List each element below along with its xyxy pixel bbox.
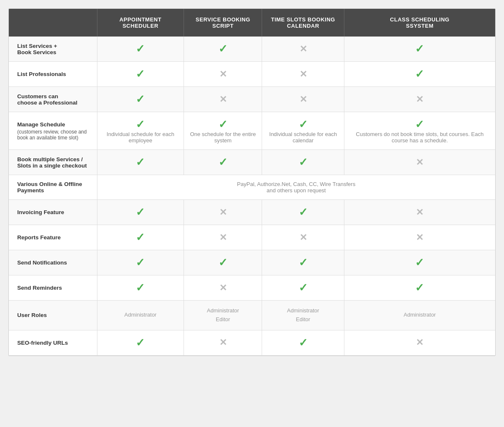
check-icon: ✓ [136, 231, 145, 244]
check-icon: ✓ [218, 42, 228, 55]
cross-icon: ✕ [219, 69, 227, 79]
header-time-slots: TIME SLOTS BOOKINGCALENDAR [262, 9, 344, 37]
class-scheduling-cell: ✕ [344, 225, 495, 250]
functionality-cell: Book multiple Services /Slots in a singl… [9, 150, 97, 175]
time-slots-cell: ✕ [262, 225, 344, 250]
table-row: Invoicing Feature✓✕✓✕ [9, 200, 495, 225]
table-row: List Services +Book Services✓✓✕✓ [9, 37, 495, 62]
functionality-cell: Send Reminders [9, 275, 97, 301]
note-text: Individual schedule for each employee [107, 131, 174, 144]
cross-icon: ✕ [299, 44, 307, 54]
cell-text: Administrator [124, 312, 157, 318]
check-icon: ✓ [218, 118, 228, 131]
check-icon: ✓ [299, 256, 308, 269]
cross-icon: ✕ [219, 94, 227, 105]
table-row: List Professionals✓✕✕✓ [9, 62, 495, 87]
cross-icon: ✕ [416, 207, 423, 217]
functionality-cell: Invoicing Feature [9, 200, 97, 225]
note-text: Customers do not book time slots, but co… [356, 131, 483, 144]
cell-text: Administrator [404, 312, 436, 318]
cross-icon: ✕ [416, 232, 423, 243]
check-icon: ✓ [299, 156, 308, 168]
cross-icon: ✕ [219, 337, 227, 348]
class-scheduling-cell: ✓Customers do not book time slots, but c… [344, 112, 495, 150]
time-slots-cell: ✓ [262, 275, 344, 301]
service-booking-cell: ✕ [184, 87, 262, 112]
time-slots-cell: ✓ [262, 330, 344, 355]
table-row: Various Online & OfflinePaymentsPayPal, … [9, 175, 495, 200]
check-icon: ✓ [136, 93, 145, 105]
check-icon: ✓ [136, 336, 145, 349]
check-icon: ✓ [136, 256, 145, 269]
appointment-cell: ✓ [97, 330, 184, 355]
check-icon: ✓ [136, 281, 145, 294]
class-scheduling-cell: ✓ [344, 275, 495, 301]
time-slots-cell: AdministratorEditor [262, 301, 344, 330]
table-row: Send Notifications✓✓✓✓ [9, 250, 495, 275]
check-icon: ✓ [415, 42, 424, 55]
appointment-cell: ✓ [97, 62, 184, 87]
check-icon: ✓ [218, 156, 228, 168]
check-icon: ✓ [136, 68, 145, 80]
functionality-cell: User Roles [9, 301, 97, 330]
check-icon: ✓ [299, 336, 308, 349]
service-booking-cell: ✕ [184, 200, 262, 225]
cross-icon: ✕ [416, 94, 423, 105]
class-scheduling-cell: ✕ [344, 200, 495, 225]
table-row: Send Reminders✓✕✓✓ [9, 275, 495, 301]
check-icon: ✓ [299, 206, 308, 218]
time-slots-cell: ✓ [262, 200, 344, 225]
functionality-cell: Reports Feature [9, 225, 97, 250]
time-slots-cell: ✓ [262, 150, 344, 175]
appointment-cell: ✓ [97, 250, 184, 275]
check-icon: ✓ [136, 156, 145, 168]
appointment-cell: ✓ [97, 37, 184, 62]
check-icon: ✓ [415, 68, 424, 80]
class-scheduling-cell: Administrator [344, 301, 495, 330]
note-text: Individual schedule for each calendar [269, 131, 337, 144]
service-booking-cell: AdministratorEditor [184, 301, 262, 330]
check-icon: ✓ [299, 281, 308, 294]
cross-icon: ✕ [299, 232, 307, 243]
functionality-cell: List Professionals [9, 62, 97, 87]
cross-icon: ✕ [219, 283, 227, 293]
cell-text: AdministratorEditor [207, 307, 239, 322]
check-icon: ✓ [299, 118, 308, 131]
functionality-cell: Various Online & OfflinePayments [9, 175, 97, 200]
time-slots-cell: ✓Individual schedule for each calendar [262, 112, 344, 150]
functionality-cell: List Services +Book Services [9, 37, 97, 62]
note-text: One schedule for the entire system [190, 131, 256, 144]
appointment-cell: ✓Individual schedule for each employee [97, 112, 184, 150]
header-functionality [9, 9, 97, 37]
class-scheduling-cell: ✓ [344, 250, 495, 275]
time-slots-cell: ✓ [262, 250, 344, 275]
cross-icon: ✕ [416, 157, 423, 168]
functionality-cell: Send Notifications [9, 250, 97, 275]
check-icon: ✓ [415, 281, 424, 294]
appointment-cell: ✓ [97, 150, 184, 175]
service-booking-cell: ✕ [184, 275, 262, 301]
service-booking-cell: ✕ [184, 62, 262, 87]
check-icon: ✓ [415, 256, 424, 269]
table-row: Customers canchoose a Professional✓✕✕✕ [9, 87, 495, 112]
functionality-cell: Manage Schedule(customers review, choose… [9, 112, 97, 150]
service-booking-cell: ✓ [184, 250, 262, 275]
class-scheduling-cell: ✓ [344, 62, 495, 87]
functionality-cell: Customers canchoose a Professional [9, 87, 97, 112]
cross-icon: ✕ [299, 94, 307, 105]
header-class-scheduling: CLASS SCHEDULINGSSYSTEM [344, 9, 495, 37]
time-slots-cell: ✕ [262, 87, 344, 112]
service-booking-cell: ✓ [184, 37, 262, 62]
time-slots-cell: ✕ [262, 62, 344, 87]
service-booking-cell: ✓ [184, 150, 262, 175]
class-scheduling-cell: ✕ [344, 330, 495, 355]
check-icon: ✓ [136, 206, 145, 218]
appointment-cell: ✓ [97, 200, 184, 225]
check-icon: ✓ [218, 256, 228, 269]
cross-icon: ✕ [219, 232, 227, 243]
appointment-cell: ✓ [97, 225, 184, 250]
cross-icon: ✕ [219, 207, 227, 217]
check-icon: ✓ [136, 42, 145, 55]
cross-icon: ✕ [299, 69, 307, 79]
table-row: Book multiple Services /Slots in a singl… [9, 150, 495, 175]
